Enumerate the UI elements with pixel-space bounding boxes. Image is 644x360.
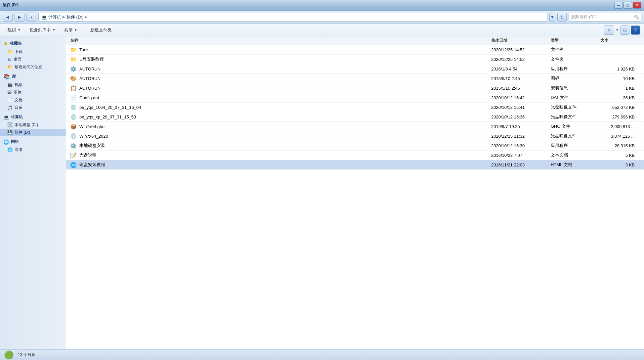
library-header[interactable]: 📚 库: [0, 72, 66, 81]
breadcrumb[interactable]: 💻 计算机 ▶ 软件 (D:) ▶: [38, 13, 547, 22]
file-modified: 2015/5/10 2:45: [491, 86, 551, 91]
file-type-icon: ⚙️: [70, 66, 77, 72]
video-label: 视频: [15, 82, 22, 88]
sidebar-item-video[interactable]: 🎬 视频: [0, 81, 66, 89]
table-row[interactable]: 📦 Win7x64.gho 2019/9/7 19:25 GHO 文件 2,90…: [66, 122, 644, 131]
file-name-cell: 🌐 硬盘安装教程: [70, 161, 491, 168]
layout-toggle-button[interactable]: ⊞: [620, 25, 629, 35]
table-row[interactable]: 💿 pe_yqs_1064_20_07_31_16_04 2020/10/12 …: [66, 103, 644, 112]
col-size[interactable]: 大小: [600, 38, 640, 43]
favorites-header[interactable]: ★ 收藏夹: [0, 39, 66, 48]
table-row[interactable]: ⚙️ AUTORUN 2016/1/8 4:54 应用程序 1,926 KB: [66, 64, 644, 74]
network-icon: 🌐: [3, 139, 9, 145]
desktop-label: 桌面: [14, 57, 21, 62]
col-type[interactable]: 类型: [551, 38, 600, 43]
sidebar-item-software-d[interactable]: 💾 软件 (D:): [0, 129, 66, 136]
sidebar-item-local-c[interactable]: 💽 本地磁盘 (C:): [0, 121, 66, 129]
status-app-icon: 🟢: [4, 350, 14, 360]
file-size: 36 KB: [600, 95, 640, 100]
file-name-cell: 📦 Win7x64.gho: [70, 123, 491, 130]
images-label: 图片: [14, 90, 21, 95]
table-row[interactable]: 📝 光盘说明 2016/10/23 7:07 文本文档 5 KB: [66, 151, 644, 160]
file-name: AUTORUN: [79, 76, 101, 81]
file-modified: 2016/1/8 4:54: [491, 67, 551, 71]
forward-button[interactable]: ▶: [15, 13, 24, 22]
table-row[interactable]: 🎨 AUTORUN 2015/5/10 2:45 图标 10 KB: [66, 74, 644, 83]
sidebar-item-docs[interactable]: 📄 文档: [0, 96, 66, 104]
sidebar-item-recent[interactable]: 📂 最近访问的位置: [0, 63, 66, 71]
add-to-lib-button[interactable]: 包含到库中 ▼: [26, 25, 59, 35]
file-name-cell: 💿 pe_yqs_xp_20_07_31_15_53: [70, 113, 491, 120]
file-type-icon: 💿: [70, 104, 77, 111]
table-row[interactable]: ⚙️ 本地硬盘安装 2020/10/12 15:30 应用程序 28,315 K…: [66, 141, 644, 151]
share-arrow: ▼: [74, 28, 77, 32]
table-row[interactable]: 📁 Tools 2020/12/25 14:52 文件夹: [66, 45, 644, 55]
col-modified[interactable]: 修改日期: [491, 38, 551, 43]
network-item-label: 网络: [15, 147, 22, 153]
file-name-cell: 📄 Config.dat: [70, 94, 491, 101]
table-row[interactable]: 📄 Config.dat 2020/10/12 15:42 DAT 文件 36 …: [66, 93, 644, 103]
network-label: 网络: [11, 139, 19, 145]
file-modified: 2020/10/12 15:36: [491, 114, 551, 119]
help-button[interactable]: ?: [631, 25, 640, 35]
file-name: 硬盘安装教程: [79, 162, 105, 168]
file-type-icon: 📋: [70, 85, 77, 91]
video-icon: 🎬: [7, 82, 13, 87]
col-name[interactable]: 名称: [70, 38, 491, 43]
file-type: 应用程序: [551, 143, 600, 149]
maximize-button[interactable]: □: [623, 2, 632, 9]
network-header[interactable]: 🌐 网络: [0, 138, 66, 146]
file-modified: 2016/11/21 22:03: [491, 162, 551, 167]
sidebar-item-images[interactable]: 🖼 图片: [0, 89, 66, 96]
file-type-icon: 📦: [70, 123, 77, 130]
table-row[interactable]: 🌐 硬盘安装教程 2016/11/21 22:03 HTML 文档 3 KB: [66, 160, 644, 170]
file-name: 本地硬盘安装: [79, 143, 105, 149]
table-row[interactable]: 📁 U盘安装教程 2020/12/25 14:52 文件夹: [66, 55, 644, 64]
close-button[interactable]: ✕: [633, 2, 641, 9]
window-title: 软件 (D:): [3, 2, 19, 8]
sidebar-item-network[interactable]: 🌐 网络: [0, 146, 66, 154]
table-row[interactable]: 💿 pe_yqs_xp_20_07_31_15_53 2020/10/12 15…: [66, 112, 644, 122]
file-modified: 2015/5/10 2:45: [491, 76, 551, 81]
views-button[interactable]: ≡: [604, 25, 614, 35]
minimize-button[interactable]: ─: [614, 2, 623, 9]
sidebar: ★ 收藏夹 📁 下载 🖥 桌面 📂 最近访问的位置 📚 库 🎬: [0, 36, 66, 349]
organize-button[interactable]: 组织 ▼: [4, 25, 24, 35]
breadcrumb-sep1: ▶: [63, 15, 65, 19]
file-size: 652,072 KB: [600, 105, 640, 110]
sidebar-item-download[interactable]: 📁 下载: [0, 48, 66, 56]
file-type-icon: 🎨: [70, 75, 77, 82]
share-button[interactable]: 共享 ▼: [61, 25, 81, 35]
file-modified: 2020/12/25 14:52: [491, 57, 551, 62]
dropdown-button[interactable]: ▼: [549, 13, 555, 22]
back-button[interactable]: ◀: [3, 13, 13, 22]
file-modified: 2020/10/12 15:42: [491, 95, 551, 100]
computer-header[interactable]: 💻 计算机: [0, 113, 66, 121]
toolbar-separator: [84, 26, 84, 34]
search-placeholder: 搜索 软件 (D:): [571, 14, 634, 20]
file-size: 1 KB: [600, 86, 640, 91]
sidebar-item-music[interactable]: 🎵 音乐: [0, 104, 66, 112]
table-row[interactable]: 📋 AUTORUN 2015/5/10 2:45 安装信息 1 KB: [66, 83, 644, 93]
address-bar: ◀ ▶ ▲ 💻 计算机 ▶ 软件 (D:) ▶ ▼ ↻ 搜索 软件 (D:) 🔍: [0, 11, 644, 24]
breadcrumb-computer[interactable]: 计算机: [48, 14, 61, 20]
file-name: AUTORUN: [79, 67, 101, 71]
new-folder-button[interactable]: 新建文件夹: [87, 25, 115, 35]
file-type: DAT 文件: [551, 95, 600, 101]
views-arrow[interactable]: ▼: [616, 28, 619, 32]
file-modified: 2020/12/25 11:32: [491, 134, 551, 139]
file-name-cell: 📁 U盘安装教程: [70, 56, 491, 63]
recent-icon: 📂: [7, 65, 13, 69]
file-name-cell: 💿 Win7x64_2020: [70, 133, 491, 139]
desktop-icon: 🖥: [7, 57, 12, 62]
file-type-icon: 📄: [70, 94, 77, 101]
add-to-lib-label: 包含到库中: [29, 27, 51, 33]
search-bar[interactable]: 搜索 软件 (D:) 🔍: [569, 13, 641, 22]
refresh-button[interactable]: ↻: [557, 13, 567, 22]
up-button[interactable]: ▲: [26, 13, 36, 22]
table-row[interactable]: 💿 Win7x64_2020 2020/12/25 11:32 光盘映像文件 3…: [66, 131, 644, 141]
search-icon[interactable]: 🔍: [634, 15, 639, 20]
main-layout: ★ 收藏夹 📁 下载 🖥 桌面 📂 最近访问的位置 📚 库 🎬: [0, 36, 644, 349]
sidebar-item-desktop[interactable]: 🖥 桌面: [0, 56, 66, 63]
local-c-icon: 💽: [7, 122, 13, 127]
